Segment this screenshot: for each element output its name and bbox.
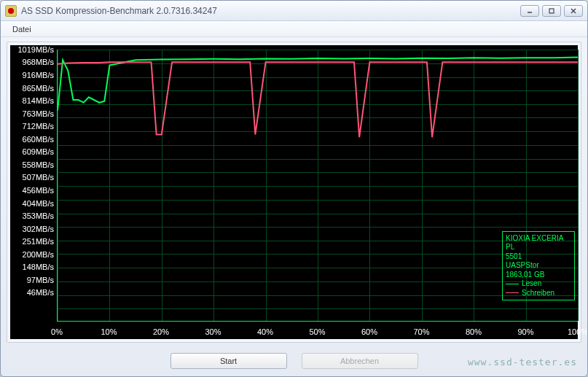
abort-button[interactable]: Abbrechen xyxy=(302,353,418,369)
app-window: AS SSD Kompression-Benchmark 2.0.7316.34… xyxy=(0,0,588,377)
y-tick: 1019MB/s xyxy=(17,45,54,54)
series-schreiben xyxy=(58,62,578,137)
y-tick: 814MB/s xyxy=(23,96,54,105)
legend-read-label: Lesen xyxy=(522,279,541,289)
y-tick: 200MB/s xyxy=(23,250,54,259)
legend-read-row: Lesen xyxy=(506,279,571,289)
legend-read-swatch xyxy=(506,284,519,284)
y-tick: 968MB/s xyxy=(23,58,54,66)
svg-rect-1 xyxy=(549,9,554,13)
menu-file[interactable]: Datei xyxy=(7,23,37,36)
y-tick: 353MB/s xyxy=(23,211,54,220)
titlebar: AS SSD Kompression-Benchmark 2.0.7316.34… xyxy=(1,1,587,21)
y-tick: 865MB/s xyxy=(23,84,54,93)
chart-series xyxy=(58,50,578,321)
y-tick: 97MB/s xyxy=(27,276,54,284)
legend-device-line2: 5501 xyxy=(506,252,571,262)
y-tick: 46MB/s xyxy=(27,288,54,297)
x-tick: 90% xyxy=(517,327,533,336)
legend-driver: UASPStor xyxy=(506,261,571,271)
legend-write-label: Schreiben xyxy=(522,289,554,298)
start-button[interactable]: Start xyxy=(170,353,287,369)
x-tick: 100% xyxy=(568,327,588,336)
maximize-button[interactable] xyxy=(542,5,561,17)
legend-write-row: Schreiben xyxy=(506,289,571,298)
y-tick: 302MB/s xyxy=(23,225,54,233)
menubar: Datei xyxy=(1,21,587,37)
legend-box: KIOXIA EXCERIA PL 5501 UASPStor 1863,01 … xyxy=(502,231,575,301)
x-tick: 50% xyxy=(309,327,325,336)
legend-write-swatch xyxy=(506,292,519,293)
chart-area: 46MB/s97MB/s148MB/s200MB/s251MB/s302MB/s… xyxy=(10,45,578,339)
y-tick: 251MB/s xyxy=(23,237,54,246)
chart-panel: 46MB/s97MB/s148MB/s200MB/s251MB/s302MB/s… xyxy=(7,42,581,343)
x-tick: 80% xyxy=(466,327,482,336)
y-axis: 46MB/s97MB/s148MB/s200MB/s251MB/s302MB/s… xyxy=(10,45,57,322)
grid-line-v xyxy=(578,50,579,321)
x-tick: 60% xyxy=(361,327,377,336)
y-tick: 507MB/s xyxy=(23,173,54,182)
legend-capacity: 1863,01 GB xyxy=(506,271,571,280)
window-controls xyxy=(520,5,583,17)
x-tick: 30% xyxy=(205,327,221,336)
x-tick: 40% xyxy=(257,327,273,336)
x-tick: 20% xyxy=(153,327,169,336)
close-button[interactable] xyxy=(564,5,583,17)
y-tick: 558MB/s xyxy=(23,160,54,169)
y-tick: 916MB/s xyxy=(23,71,54,79)
x-tick: 0% xyxy=(51,327,63,336)
y-tick: 404MB/s xyxy=(23,199,54,208)
legend-device-line1: KIOXIA EXCERIA PL xyxy=(506,234,571,252)
y-tick: 660MB/s xyxy=(23,135,54,144)
plot-area: KIOXIA EXCERIA PL 5501 UASPStor 1863,01 … xyxy=(57,50,578,322)
y-tick: 609MB/s xyxy=(23,147,54,156)
minimize-button[interactable] xyxy=(520,5,539,17)
y-tick: 456MB/s xyxy=(23,186,54,195)
y-tick: 148MB/s xyxy=(23,263,54,271)
app-icon xyxy=(5,5,17,17)
y-tick: 712MB/s xyxy=(23,122,54,131)
button-row: Start Abbrechen xyxy=(1,353,587,369)
window-title: AS SSD Kompression-Benchmark 2.0.7316.34… xyxy=(21,6,520,16)
x-tick: 10% xyxy=(101,327,117,336)
y-tick: 763MB/s xyxy=(23,109,54,118)
series-lesen xyxy=(58,58,578,111)
x-tick: 70% xyxy=(413,327,429,336)
